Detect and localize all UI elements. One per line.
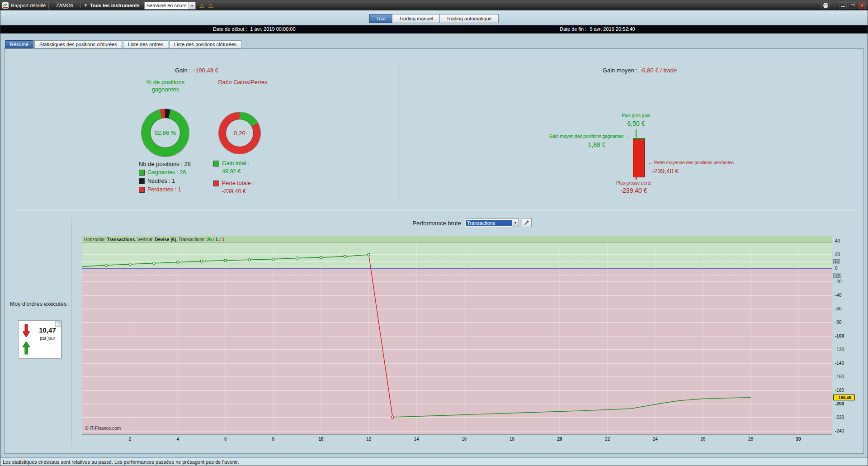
level-chip-minus10: -10 <box>833 273 841 278</box>
avg-loss-value: -239,40 € <box>652 167 679 175</box>
period-select[interactable]: Semaine en cours ▼ <box>144 2 196 10</box>
avg-win-value: 1,88 € <box>565 141 628 148</box>
total-gain-value: 48,92 € <box>222 168 241 175</box>
chart-header-segment: , Vertical: <box>135 237 155 242</box>
orders-arrows-icon <box>22 324 31 357</box>
y-axis-tick: 0 <box>835 266 838 271</box>
chevron-down-icon: ▼ <box>84 3 88 8</box>
divider <box>80 2 81 9</box>
level-chip-10: 10 <box>833 259 840 264</box>
maximize-icon <box>851 4 854 7</box>
tab-trading-manuel[interactable]: Trading manuel <box>392 14 440 23</box>
summary-panel: Gain :-190,48 € % de positions gagnantes… <box>4 48 864 454</box>
tab-resume[interactable]: Résumé <box>5 40 33 48</box>
green-square-icon <box>139 170 145 176</box>
ratio-donut-value: 0,20 <box>219 112 260 154</box>
warning-icon[interactable]: ⚠ <box>208 2 213 9</box>
divider <box>834 2 835 9</box>
report-tabs: Résumé Statistiques des positions clôtur… <box>5 40 241 48</box>
x-axis-tick: 10 <box>314 437 328 442</box>
gain-label: Gain : <box>175 67 191 74</box>
tab-trading-automatique[interactable]: Trading automatique <box>439 14 499 23</box>
vertical-divider <box>400 64 400 201</box>
x-axis-tick: 20 <box>553 437 566 442</box>
vertical-divider <box>71 217 71 447</box>
minimize-icon <box>841 6 845 7</box>
avg-orders-unit: par jour <box>35 336 60 341</box>
x-axis-tick: 22 <box>601 437 614 442</box>
legend-winners-label: Gagnantes : 26 <box>147 169 186 176</box>
chart-header-segment: / <box>218 237 222 242</box>
chevron-down-icon[interactable]: ▼ <box>512 219 519 227</box>
y-axis-tick: -160 <box>835 374 844 379</box>
total-loss-label: Perte totale : <box>222 180 254 186</box>
close-icon: × <box>860 3 863 8</box>
period-value: Semaine en cours <box>145 3 189 8</box>
instruments-dropdown[interactable]: ▼ Tous les instruments <box>84 3 140 8</box>
avg-orders-value: 10,47 <box>35 326 60 334</box>
document-tab[interactable]: ZAMO6 <box>52 2 78 9</box>
maximize-button[interactable] <box>849 2 856 9</box>
winners-donut: 92,86 % <box>142 109 189 157</box>
loss-tick <box>636 177 637 180</box>
chart-header-segment: / <box>212 237 215 242</box>
chevron-down-icon[interactable]: ▼ <box>189 2 195 9</box>
chart-header-segment: Devise (€) <box>155 237 176 242</box>
y-axis-tick: -60 <box>835 306 841 311</box>
avg-orders-label: Moy d'ordres exécutés : <box>9 300 71 308</box>
date-start: Date de début :1 avr. 2019 00:00:00 <box>213 26 296 32</box>
wrench-icon <box>524 219 530 226</box>
chart-settings-button[interactable] <box>522 218 532 227</box>
y-axis-tick: -100 <box>835 333 844 338</box>
tab-liste-ordres[interactable]: Liste des ordres <box>123 40 168 48</box>
avg-orders-box: 10,47 par jour <box>18 320 61 358</box>
x-axis-tick: 16 <box>458 437 471 442</box>
x-axis-tick: 6 <box>219 437 232 442</box>
total-gain-legend: Gain total : <box>213 160 249 166</box>
print-button[interactable] <box>821 2 830 9</box>
tab-statistiques[interactable]: Statistiques des positions clôturées <box>34 40 122 48</box>
performance-chart[interactable] <box>82 236 832 435</box>
minimize-button[interactable] <box>839 2 847 9</box>
chart-header-segment: , Transactions: <box>176 237 207 242</box>
x-axis-tick: 14 <box>410 437 423 442</box>
report-window: Rapport détaillé ZAMO6 ▼ Tous les instru… <box>0 0 868 466</box>
close-button[interactable]: × <box>858 2 866 9</box>
total-loss-legend: Perte totale : <box>213 180 254 186</box>
red-square-icon <box>139 187 145 193</box>
x-axis-tick: 4 <box>171 437 184 442</box>
window-title: Rapport détaillé <box>11 3 46 8</box>
biggest-gain-value: 6,50 € <box>602 120 670 127</box>
avg-loss-label: Perte moyenne des positions perdantes <box>654 160 734 165</box>
status-bar: Les statistiques ci-dessus sont relative… <box>0 457 868 466</box>
y-axis-tick: -200 <box>835 401 844 406</box>
legend-losers-label: Perdantes : 1 <box>147 186 181 193</box>
horizontal-divider <box>13 210 856 211</box>
instruments-label: Tous les instruments <box>90 3 140 8</box>
title-bar: Rapport détaillé ZAMO6 ▼ Tous les instru… <box>0 0 868 10</box>
mode-tabs: Tout Trading manuel Trading automatique <box>0 14 868 23</box>
legend-neutral: Neutres : 1 <box>139 178 175 184</box>
x-axis-tick: 8 <box>266 437 280 442</box>
total-gain-line: Gain :-190,48 € <box>120 67 274 74</box>
biggest-loss-value: -239,40 € <box>598 187 670 194</box>
date-end-value: 5 avr. 2019 20:52:40 <box>590 26 635 32</box>
y-axis-tick: 20 <box>835 252 840 257</box>
x-axis-tick: 26 <box>696 437 710 442</box>
date-end-label: Date de fin : <box>560 26 586 32</box>
performance-series-select[interactable]: Transactions ▼ <box>465 219 519 227</box>
biggest-gain-label: Plus gros gain <box>602 113 670 118</box>
y-axis-tick: -20 <box>835 279 841 284</box>
avg-loss-label-row: ← Perte moyenne des positions perdantes <box>648 160 734 165</box>
avg-win-label-row: Gain moyen des positions gagnantes → <box>470 134 629 139</box>
warning-icon[interactable]: ⚠ <box>199 2 205 9</box>
red-square-icon <box>213 181 219 186</box>
performance-plot[interactable] <box>82 236 832 434</box>
app-icon <box>2 2 9 9</box>
date-start-label: Date de début : <box>213 26 247 32</box>
tab-tout[interactable]: Tout <box>369 14 392 23</box>
x-axis-tick: 18 <box>505 437 519 442</box>
tab-liste-positions[interactable]: Liste des positions clôturées <box>169 40 241 48</box>
gain-tick <box>636 129 637 138</box>
gain-value: -190,48 € <box>193 67 218 74</box>
